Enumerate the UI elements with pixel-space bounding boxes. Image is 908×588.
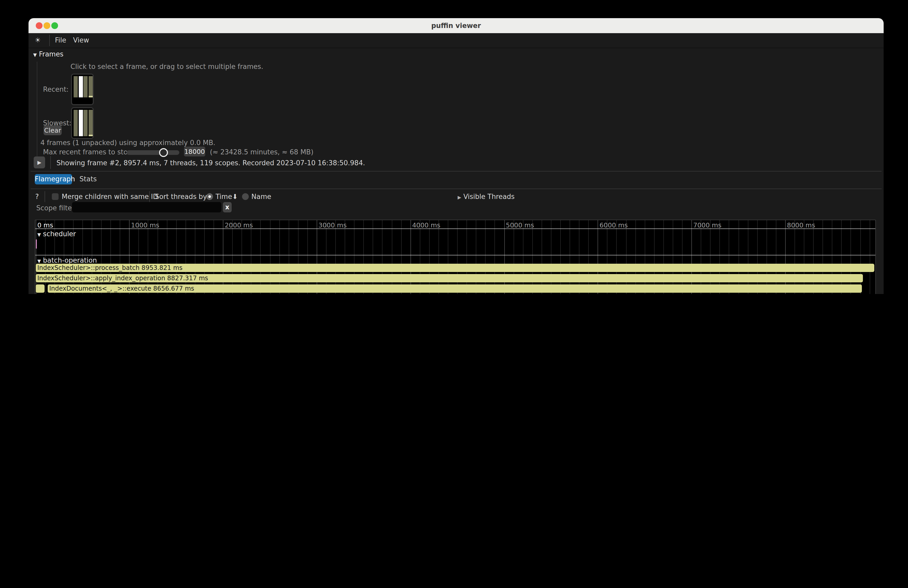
gridline (345, 220, 345, 294)
gridline (673, 220, 673, 294)
gridline (785, 220, 786, 294)
frame-thumbnail-bar-tip (89, 96, 92, 97)
gridline (644, 220, 645, 294)
recent-label: Recent: (43, 85, 69, 93)
title-bar[interactable]: puffin viewer (29, 18, 884, 34)
visible-threads-toggle[interactable]: ▶ Visible Threads (458, 193, 515, 201)
frame-thumbnail-bar[interactable] (74, 110, 78, 136)
gridline (391, 220, 392, 294)
frame-thumbnail-bar[interactable] (79, 76, 83, 97)
gridline (551, 220, 551, 294)
gridline (420, 220, 420, 294)
gridline (120, 220, 120, 294)
scope-bar[interactable]: IndexScheduler>::process_batch 8953.821 … (36, 264, 874, 272)
menu-file[interactable]: File (55, 36, 66, 44)
tab-stats[interactable]: Stats (78, 174, 98, 185)
gridline (242, 220, 242, 294)
gridline (691, 220, 692, 294)
gridline (560, 220, 561, 294)
gridline (138, 220, 139, 294)
play-button[interactable]: ▶ (34, 156, 45, 169)
frame-thumbnail-bar[interactable] (89, 76, 92, 97)
gridline (851, 220, 851, 294)
scope-bar[interactable]: IndexScheduler>::apply_index_operation 8… (36, 274, 863, 282)
gridline (532, 220, 533, 294)
max-frames-slider-knob[interactable] (159, 148, 168, 157)
max-frames-value[interactable]: 18000 (184, 146, 205, 156)
frame-thumbnail-bar[interactable] (74, 76, 78, 97)
frame-thumbnail-bar[interactable] (84, 76, 88, 97)
gridline (307, 220, 308, 294)
gridline (326, 220, 327, 294)
gridline (738, 220, 739, 294)
gridline (364, 220, 364, 294)
frames-hint: Click to select a frame, or drag to sele… (71, 63, 263, 71)
gridline (232, 220, 233, 294)
axis-tick-label: 7000 ms (693, 221, 721, 229)
gridline (523, 220, 523, 294)
scope-bar[interactable] (36, 284, 45, 293)
flamegraph-panel[interactable]: 0 ms0 ms1000 ms1000 ms2000 ms2000 ms3000… (35, 220, 876, 294)
gridline (542, 220, 542, 294)
help-button[interactable]: ? (35, 193, 39, 201)
gridline (251, 220, 252, 294)
gridline (176, 220, 177, 294)
app-window: puffin viewer ☀ File View ▼ Frames Click… (29, 18, 884, 294)
clear-button[interactable]: Clear (43, 125, 62, 135)
gridline (261, 220, 261, 294)
sort-name-label[interactable]: Name (251, 193, 271, 201)
frame-thumbnail-bar[interactable] (89, 110, 92, 136)
scope-bar[interactable]: IndexDocuments<_, _>::execute 8656.677 m… (48, 284, 862, 293)
collapse-triangle-icon: ▼ (33, 52, 37, 58)
sort-direction-arrow-icon[interactable]: ⬇ (232, 193, 238, 201)
gridline (757, 220, 757, 294)
gridline (157, 220, 158, 294)
gridline (776, 220, 776, 294)
gridline (438, 220, 439, 294)
gridline (823, 220, 823, 294)
gridline (204, 220, 205, 294)
thread-group-label[interactable]: ▼batch-operation (37, 257, 97, 264)
axis-tick-label: 4000 ms (412, 221, 440, 229)
sort-time-label[interactable]: Time (216, 193, 232, 201)
sort-time-radio[interactable] (206, 193, 213, 200)
recent-frames-thumbnail[interactable] (71, 74, 94, 105)
thread-group-label[interactable]: ▼scheduler (37, 230, 76, 238)
merge-children-label[interactable]: Merge children with same ID (62, 193, 158, 201)
max-frames-slider[interactable] (126, 150, 179, 155)
gridline (495, 220, 495, 294)
scope-bar[interactable] (35, 239, 37, 249)
axis-tick-label: 6000 ms (600, 221, 628, 229)
gridline (504, 220, 504, 294)
slowest-frames-thumbnail[interactable] (71, 107, 94, 139)
gridline (270, 220, 270, 294)
frames-section-header[interactable]: ▼ Frames (33, 50, 63, 58)
gridline (869, 220, 870, 294)
axis-tick-label: 1000 ms (131, 221, 159, 229)
gridline (335, 220, 336, 294)
axis-tick-label: 2000 ms (225, 221, 253, 229)
tab-flamegraph[interactable]: Flamegraph (35, 174, 72, 185)
sort-name-radio[interactable] (242, 193, 249, 200)
max-frames-label: Max recent frames to store: (43, 148, 137, 156)
scope-filter-label: Scope filter: (36, 204, 77, 212)
menu-view[interactable]: View (73, 36, 89, 44)
thread-group-separator (35, 228, 875, 229)
gridline (794, 220, 795, 294)
frame-thumbnail-bar[interactable] (79, 110, 83, 136)
axis-tick-label: 5000 ms (506, 221, 534, 229)
merge-children-checkbox[interactable] (52, 193, 59, 200)
frame-thumbnail-bar[interactable] (84, 110, 88, 136)
gridline (195, 220, 195, 294)
theme-toggle-icon[interactable]: ☀ (35, 36, 41, 44)
gridline (701, 220, 701, 294)
gridline (317, 220, 317, 294)
max-frames-note: (≈ 23428.5 minutes, ≈ 68 MB) (210, 148, 314, 156)
axis-tick-label: 8000 ms (787, 221, 815, 229)
gridline (214, 220, 214, 294)
gridline (626, 220, 626, 294)
collapsed-triangle-icon: ▶ (458, 195, 461, 200)
scope-filter-clear-button[interactable]: x (223, 202, 232, 212)
axis-tick-label: 3000 ms (319, 221, 347, 229)
scope-filter-input[interactable] (72, 202, 221, 212)
